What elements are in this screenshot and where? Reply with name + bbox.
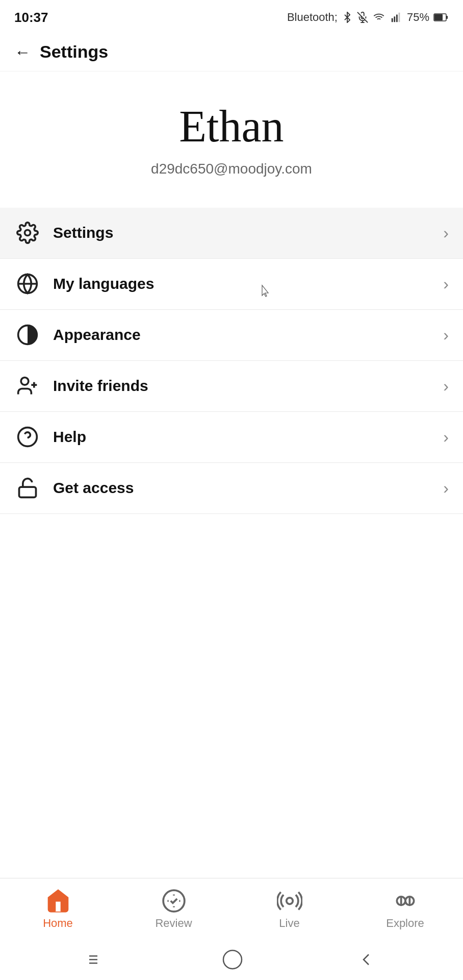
svg-rect-10 <box>434 14 443 20</box>
bottom-nav: Home Review Live <box>0 878 463 939</box>
battery-icon <box>433 12 449 23</box>
signal-icon <box>390 12 403 23</box>
review-nav-icon <box>161 888 187 914</box>
invite-friends-chevron: › <box>443 377 449 396</box>
settings-chevron: › <box>443 224 449 242</box>
appearance-icon <box>14 322 41 348</box>
help-chevron: › <box>443 428 449 447</box>
nav-item-review[interactable]: Review <box>116 882 232 936</box>
menu-item-appearance[interactable]: Appearance › <box>0 310 463 361</box>
settings-icon <box>14 219 41 246</box>
live-nav-icon <box>277 888 302 914</box>
help-icon <box>14 424 41 450</box>
svg-point-28 <box>223 950 242 969</box>
page-title: Settings <box>40 42 108 62</box>
svg-rect-5 <box>394 16 395 22</box>
nav-item-live[interactable]: Live <box>232 882 347 936</box>
menu-item-get-access[interactable]: Get access › <box>0 463 463 514</box>
header: ← Settings <box>0 33 463 71</box>
explore-nav-label: Explore <box>386 917 424 930</box>
invite-friends-icon <box>14 373 41 399</box>
back-button[interactable]: ← <box>14 44 31 60</box>
battery-text: 75% <box>407 11 429 24</box>
menu-item-my-languages[interactable]: My languages › <box>0 259 463 310</box>
get-access-label: Get access <box>53 479 443 497</box>
menu-item-invite-friends[interactable]: Invite friends › <box>0 361 463 412</box>
svg-rect-9 <box>446 16 448 19</box>
status-icons: Bluetooth; <box>287 11 449 24</box>
languages-chevron: › <box>443 275 449 293</box>
status-bar: 10:37 Bluetooth; <box>0 0 463 33</box>
svg-point-11 <box>25 230 31 236</box>
home-nav-label: Home <box>43 917 73 930</box>
home-button[interactable] <box>221 948 244 971</box>
home-nav-icon <box>45 888 71 914</box>
menu-item-help[interactable]: Help › <box>0 412 463 463</box>
profile-email: d29dc650@moodjoy.com <box>151 161 312 177</box>
nav-item-explore[interactable]: Explore <box>347 882 463 936</box>
invite-friends-label: Invite friends <box>53 377 443 395</box>
status-time: 10:37 <box>14 10 48 26</box>
svg-rect-7 <box>399 13 400 22</box>
bluetooth-icon: Bluetooth; <box>287 11 338 24</box>
svg-rect-6 <box>396 15 398 22</box>
get-access-chevron: › <box>443 479 449 498</box>
menu-item-settings[interactable]: Settings › <box>0 208 463 259</box>
get-access-icon <box>14 475 41 501</box>
svg-point-15 <box>21 378 29 385</box>
settings-label: Settings <box>53 224 443 241</box>
languages-icon <box>14 271 41 297</box>
help-label: Help <box>53 428 443 446</box>
live-nav-label: Live <box>279 917 299 930</box>
svg-point-22 <box>286 897 293 904</box>
languages-label: My languages <box>53 275 443 292</box>
recent-apps-button[interactable] <box>87 952 108 967</box>
explore-nav-icon <box>393 888 418 914</box>
mute-icon <box>357 12 368 23</box>
svg-rect-4 <box>392 18 393 22</box>
review-nav-label: Review <box>155 917 192 930</box>
bluetooth-icon <box>342 12 353 23</box>
profile-section: Ethan d29dc650@moodjoy.com <box>0 71 463 208</box>
svg-rect-20 <box>19 487 36 497</box>
appearance-label: Appearance <box>53 326 443 344</box>
back-button-android[interactable] <box>357 950 376 969</box>
wifi-icon <box>372 12 385 23</box>
nav-item-home[interactable]: Home <box>0 882 116 936</box>
appearance-chevron: › <box>443 326 449 345</box>
android-nav-bar <box>0 939 463 980</box>
profile-name: Ethan <box>179 102 284 152</box>
menu-list: Settings › My languages › <box>0 208 463 696</box>
